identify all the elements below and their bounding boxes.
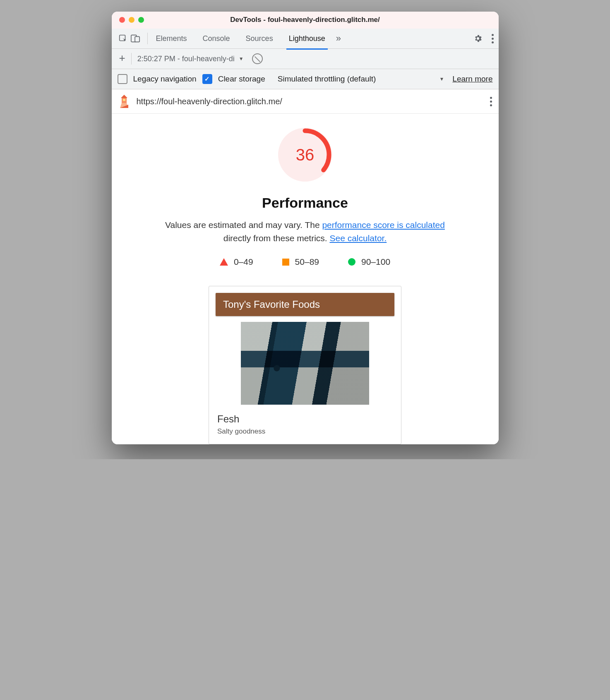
tab-label: Console (203, 34, 230, 43)
svg-rect-2 (135, 36, 139, 42)
throttling-dropdown-icon[interactable]: ▼ (439, 76, 444, 82)
performance-gauge: 36 (278, 128, 332, 182)
throttling-label: Simulated throttling (default) (278, 74, 376, 84)
panel-tabs: Elements Console Sources Lighthouse (154, 29, 328, 48)
traffic-lights (119, 17, 144, 23)
score-legend: 0–49 50–89 90–100 (112, 257, 499, 267)
legend-average: 50–89 (282, 257, 319, 267)
square-icon (282, 259, 289, 266)
clear-storage-label: Clear storage (218, 74, 265, 84)
category-title: Performance (112, 195, 499, 211)
separator (147, 33, 148, 44)
category-description: Values are estimated and may vary. The p… (160, 218, 450, 245)
tab-label: Elements (156, 34, 187, 43)
tab-label: Sources (246, 34, 273, 43)
minimize-window-button[interactable] (129, 17, 134, 23)
window-titlebar: DevTools - foul-heavenly-direction.glitc… (112, 12, 499, 29)
tab-label: Lighthouse (289, 34, 325, 43)
legend-label: 50–89 (295, 257, 319, 267)
close-window-button[interactable] (119, 17, 125, 23)
legacy-navigation-checkbox[interactable] (118, 74, 127, 84)
legend-fail: 0–49 (220, 257, 253, 267)
lighthouse-toolbar: + 2:50:27 PM - foul-heavenly-di ▼ (112, 49, 499, 69)
desc-text: Values are estimated and may vary. The (165, 220, 322, 230)
perf-score-link[interactable]: performance score is calculated (322, 220, 444, 230)
chevron-down-icon: ▼ (239, 56, 244, 62)
screenshot-header: Tony's Favorite Foods (216, 293, 394, 316)
legend-label: 0–49 (234, 257, 253, 267)
see-calculator-link[interactable]: See calculator. (329, 233, 387, 243)
report-menu-icon[interactable] (490, 97, 492, 106)
svg-marker-4 (121, 95, 127, 98)
clear-storage-checkbox[interactable]: ✓ (202, 74, 212, 84)
lighthouse-icon (118, 95, 130, 108)
settings-gear-icon[interactable] (472, 32, 484, 45)
screenshot-image (241, 322, 369, 405)
page-screenshot: Tony's Favorite Foods Fesh Salty goodnes… (209, 286, 401, 444)
devtools-menu-icon[interactable] (492, 34, 494, 43)
legend-label: 90–100 (361, 257, 390, 267)
learn-more-link[interactable]: Learn more (452, 74, 492, 84)
triangle-icon (220, 258, 228, 266)
more-tabs-icon[interactable]: » (336, 33, 341, 44)
report-url-row: https://foul-heavenly-direction.glitch.m… (112, 89, 499, 114)
devtools-tabbar: Elements Console Sources Lighthouse » (112, 29, 499, 49)
report-selector-label: 2:50:27 PM - foul-heavenly-di (137, 55, 235, 63)
device-toolbar-icon[interactable] (129, 32, 142, 45)
legacy-navigation-label: Legacy navigation (133, 74, 197, 84)
svg-rect-5 (123, 99, 125, 101)
desc-text: directly from these metrics. (223, 233, 330, 243)
new-report-button[interactable]: + (117, 53, 130, 65)
circle-icon (348, 258, 355, 266)
screenshot-item-title: Fesh (217, 413, 393, 425)
screenshot-item-subtitle: Salty goodness (217, 427, 393, 436)
performance-score: 36 (278, 128, 332, 182)
report-url: https://foul-heavenly-direction.glitch.m… (137, 97, 282, 106)
clear-all-icon[interactable] (252, 53, 263, 64)
tab-sources[interactable]: Sources (243, 29, 276, 50)
report-content: 36 Performance Values are estimated and … (112, 114, 499, 444)
separator (131, 53, 132, 65)
zoom-window-button[interactable] (138, 17, 144, 23)
lighthouse-options: Legacy navigation ✓ Clear storage Simula… (112, 69, 499, 89)
report-selector[interactable]: 2:50:27 PM - foul-heavenly-di ▼ (137, 55, 244, 63)
devtools-window: DevTools - foul-heavenly-direction.glitc… (112, 12, 499, 444)
tab-console[interactable]: Console (200, 29, 233, 50)
window-title: DevTools - foul-heavenly-direction.glitc… (112, 16, 499, 24)
legend-pass: 90–100 (348, 257, 390, 267)
tab-lighthouse[interactable]: Lighthouse (286, 29, 328, 50)
inspect-element-icon[interactable] (117, 32, 129, 45)
tab-elements[interactable]: Elements (154, 29, 190, 50)
